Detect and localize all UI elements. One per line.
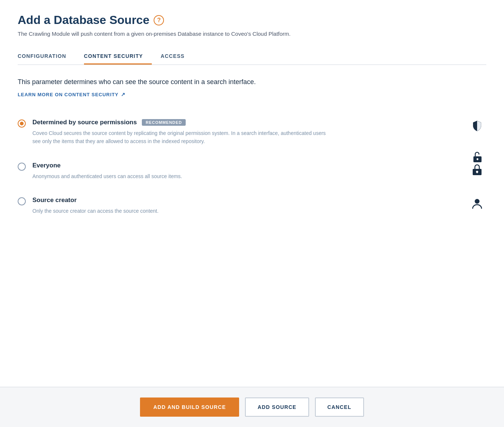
tab-configuration[interactable]: CONFIGURATION: [18, 49, 75, 65]
cancel-button[interactable]: CANCEL: [315, 398, 364, 417]
page-title: Add a Database Source: [18, 13, 149, 27]
unlock-icon: [468, 162, 486, 176]
help-icon[interactable]: ?: [154, 15, 164, 25]
svg-rect-2: [477, 172, 477, 173]
footer-bar: ADD AND BUILD SOURCE ADD SOURCE CANCEL: [0, 387, 504, 427]
option-content-source-creator: Source creator Only the source creator c…: [32, 197, 468, 215]
content-section: This parameter determines who can see th…: [18, 78, 486, 223]
recommended-badge: RECOMMENDED: [142, 119, 185, 126]
page-subtitle: The Crawling Module will push content fr…: [18, 30, 486, 38]
option-source-permissions[interactable]: Determined by source permissions RECOMME…: [18, 111, 486, 154]
radio-everyone[interactable]: [18, 163, 26, 171]
tab-access[interactable]: ACCESS: [161, 49, 193, 65]
radio-source-permissions[interactable]: [18, 119, 26, 128]
option-content-source-permissions: Determined by source permissions RECOMME…: [32, 119, 468, 146]
page-header: Add a Database Source ? The Crawling Mod…: [18, 13, 486, 38]
external-link-icon: ↗: [121, 91, 126, 97]
tab-content-security[interactable]: CONTENT SECURITY: [84, 49, 152, 65]
option-source-creator[interactable]: Source creator Only the source creator c…: [18, 188, 486, 223]
option-content-everyone: Everyone Anonymous and authenticated use…: [32, 162, 468, 180]
radio-source-creator[interactable]: [18, 197, 26, 205]
option-desc-everyone: Anonymous and authenticated users can ac…: [32, 172, 335, 180]
section-description: This parameter determines who can see th…: [18, 78, 486, 86]
option-desc-source-creator: Only the source creator can access the s…: [32, 207, 335, 215]
option-title-everyone: Everyone: [32, 162, 61, 169]
option-desc-source-permissions: Coveo Cloud secures the source content b…: [32, 129, 335, 146]
shield-icon: [468, 119, 486, 132]
option-title-source-permissions: Determined by source permissions: [32, 119, 137, 126]
option-title-source-creator: Source creator: [32, 197, 77, 204]
add-source-button[interactable]: ADD SOURCE: [245, 398, 309, 417]
options-list: Determined by source permissions RECOMME…: [18, 111, 486, 223]
svg-point-6: [475, 199, 480, 204]
tab-bar: CONFIGURATION CONTENT SECURITY ACCESS: [18, 49, 486, 65]
svg-rect-5: [477, 159, 478, 160]
person-icon: [468, 197, 486, 210]
add-and-build-button[interactable]: ADD AND BUILD SOURCE: [140, 398, 239, 417]
learn-more-link[interactable]: LEARN MORE ON CONTENT SECURITY ↗: [18, 91, 126, 97]
option-everyone[interactable]: Everyone Anonymous and authenticated use…: [18, 154, 486, 188]
